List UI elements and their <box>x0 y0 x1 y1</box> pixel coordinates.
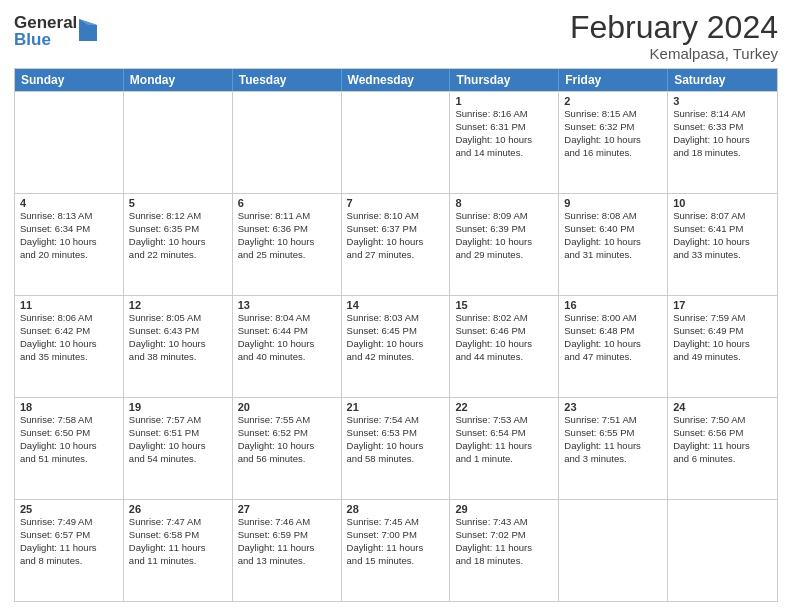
cell-line: and 20 minutes. <box>20 249 118 262</box>
calendar-cell: 6Sunrise: 8:11 AMSunset: 6:36 PMDaylight… <box>233 194 342 295</box>
calendar-body: 1Sunrise: 8:16 AMSunset: 6:31 PMDaylight… <box>15 91 777 601</box>
cell-line: Sunset: 6:56 PM <box>673 427 772 440</box>
cell-line: and 1 minute. <box>455 453 553 466</box>
calendar-header-cell: Sunday <box>15 69 124 91</box>
day-number: 23 <box>564 401 662 413</box>
cell-line: and 6 minutes. <box>673 453 772 466</box>
cell-line: and 33 minutes. <box>673 249 772 262</box>
cell-line: and 49 minutes. <box>673 351 772 364</box>
cell-line: Sunrise: 8:06 AM <box>20 312 118 325</box>
calendar-cell: 25Sunrise: 7:49 AMSunset: 6:57 PMDayligh… <box>15 500 124 601</box>
calendar-cell: 1Sunrise: 8:16 AMSunset: 6:31 PMDaylight… <box>450 92 559 193</box>
cell-line: Daylight: 10 hours <box>455 236 553 249</box>
cell-line: and 13 minutes. <box>238 555 336 568</box>
calendar-cell: 19Sunrise: 7:57 AMSunset: 6:51 PMDayligh… <box>124 398 233 499</box>
cell-line: Sunrise: 8:11 AM <box>238 210 336 223</box>
cell-line: Sunrise: 7:53 AM <box>455 414 553 427</box>
cell-line: and 14 minutes. <box>455 147 553 160</box>
cell-line: and 42 minutes. <box>347 351 445 364</box>
cell-line: Sunset: 6:54 PM <box>455 427 553 440</box>
cell-line: Sunset: 6:35 PM <box>129 223 227 236</box>
day-number: 1 <box>455 95 553 107</box>
cell-line: Sunrise: 8:12 AM <box>129 210 227 223</box>
cell-line: Sunrise: 7:51 AM <box>564 414 662 427</box>
cell-line: Sunrise: 8:08 AM <box>564 210 662 223</box>
calendar-row: 25Sunrise: 7:49 AMSunset: 6:57 PMDayligh… <box>15 499 777 601</box>
cell-line: Daylight: 10 hours <box>347 236 445 249</box>
cell-line: Daylight: 10 hours <box>564 236 662 249</box>
page: General Blue February 2024 Kemalpasa, Tu… <box>0 0 792 612</box>
day-number: 10 <box>673 197 772 209</box>
calendar-header-cell: Friday <box>559 69 668 91</box>
calendar-cell: 26Sunrise: 7:47 AMSunset: 6:58 PMDayligh… <box>124 500 233 601</box>
day-number: 5 <box>129 197 227 209</box>
day-number: 6 <box>238 197 336 209</box>
cell-line: Sunset: 6:55 PM <box>564 427 662 440</box>
cell-line: Daylight: 10 hours <box>238 236 336 249</box>
cell-line: Sunset: 6:42 PM <box>20 325 118 338</box>
cell-line: Daylight: 10 hours <box>673 134 772 147</box>
logo-text: General Blue <box>14 14 77 48</box>
cell-line: Daylight: 11 hours <box>347 542 445 555</box>
day-number: 12 <box>129 299 227 311</box>
day-number: 24 <box>673 401 772 413</box>
cell-line: Daylight: 11 hours <box>238 542 336 555</box>
cell-line: and 11 minutes. <box>129 555 227 568</box>
cell-line: Sunrise: 7:46 AM <box>238 516 336 529</box>
day-number: 26 <box>129 503 227 515</box>
cell-line: Sunrise: 8:04 AM <box>238 312 336 325</box>
logo-blue: Blue <box>14 31 77 48</box>
calendar-row: 11Sunrise: 8:06 AMSunset: 6:42 PMDayligh… <box>15 295 777 397</box>
calendar-cell: 2Sunrise: 8:15 AMSunset: 6:32 PMDaylight… <box>559 92 668 193</box>
cell-line: and 15 minutes. <box>347 555 445 568</box>
logo: General Blue <box>14 14 97 48</box>
cell-line: and 35 minutes. <box>20 351 118 364</box>
cell-line: and 8 minutes. <box>20 555 118 568</box>
cell-line: Daylight: 10 hours <box>129 338 227 351</box>
calendar-cell: 4Sunrise: 8:13 AMSunset: 6:34 PMDaylight… <box>15 194 124 295</box>
cell-line: Sunrise: 8:09 AM <box>455 210 553 223</box>
day-number: 17 <box>673 299 772 311</box>
cell-line: Daylight: 11 hours <box>20 542 118 555</box>
day-number: 20 <box>238 401 336 413</box>
day-number: 3 <box>673 95 772 107</box>
cell-line: Sunset: 6:31 PM <box>455 121 553 134</box>
cell-line: Sunset: 6:52 PM <box>238 427 336 440</box>
cell-line: and 16 minutes. <box>564 147 662 160</box>
day-number: 19 <box>129 401 227 413</box>
calendar-cell: 8Sunrise: 8:09 AMSunset: 6:39 PMDaylight… <box>450 194 559 295</box>
calendar-cell <box>668 500 777 601</box>
cell-line: Sunset: 6:59 PM <box>238 529 336 542</box>
calendar-row: 1Sunrise: 8:16 AMSunset: 6:31 PMDaylight… <box>15 91 777 193</box>
calendar-cell: 21Sunrise: 7:54 AMSunset: 6:53 PMDayligh… <box>342 398 451 499</box>
calendar-cell: 17Sunrise: 7:59 AMSunset: 6:49 PMDayligh… <box>668 296 777 397</box>
cell-line: Sunset: 6:51 PM <box>129 427 227 440</box>
calendar-cell: 29Sunrise: 7:43 AMSunset: 7:02 PMDayligh… <box>450 500 559 601</box>
calendar-cell <box>342 92 451 193</box>
calendar-cell <box>559 500 668 601</box>
calendar-header-cell: Monday <box>124 69 233 91</box>
cell-line: Sunset: 6:48 PM <box>564 325 662 338</box>
cell-line: Sunrise: 7:45 AM <box>347 516 445 529</box>
cell-line: Daylight: 11 hours <box>455 542 553 555</box>
calendar-cell: 11Sunrise: 8:06 AMSunset: 6:42 PMDayligh… <box>15 296 124 397</box>
cell-line: Sunrise: 7:58 AM <box>20 414 118 427</box>
day-number: 15 <box>455 299 553 311</box>
calendar-cell: 5Sunrise: 8:12 AMSunset: 6:35 PMDaylight… <box>124 194 233 295</box>
cell-line: Daylight: 11 hours <box>564 440 662 453</box>
calendar-cell: 22Sunrise: 7:53 AMSunset: 6:54 PMDayligh… <box>450 398 559 499</box>
calendar-cell: 13Sunrise: 8:04 AMSunset: 6:44 PMDayligh… <box>233 296 342 397</box>
day-number: 25 <box>20 503 118 515</box>
calendar-header-cell: Saturday <box>668 69 777 91</box>
calendar-cell <box>15 92 124 193</box>
cell-line: Daylight: 11 hours <box>673 440 772 453</box>
day-number: 21 <box>347 401 445 413</box>
cell-line: Sunrise: 8:00 AM <box>564 312 662 325</box>
cell-line: Sunrise: 7:49 AM <box>20 516 118 529</box>
cell-line: and 27 minutes. <box>347 249 445 262</box>
cell-line: Sunrise: 7:47 AM <box>129 516 227 529</box>
cell-line: Sunset: 6:46 PM <box>455 325 553 338</box>
calendar-cell: 27Sunrise: 7:46 AMSunset: 6:59 PMDayligh… <box>233 500 342 601</box>
cell-line: Daylight: 10 hours <box>347 338 445 351</box>
cell-line: Daylight: 10 hours <box>129 440 227 453</box>
